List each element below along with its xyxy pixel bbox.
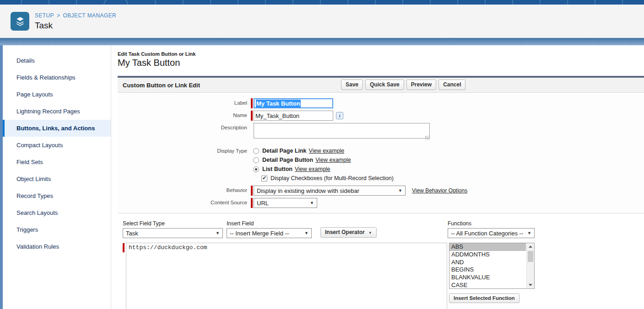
insert-operator-column: Insert Operator <box>320 227 377 238</box>
quick-save-button[interactable]: Quick Save <box>365 80 404 90</box>
function-item-abs[interactable]: ABS <box>449 243 526 251</box>
field-type-select[interactable]: Task <box>123 228 223 238</box>
sidebar-item-buttons-links-actions[interactable]: Buttons, Links, and Actions <box>3 120 111 137</box>
checkbox-checked-icon[interactable] <box>261 176 267 181</box>
sidebar-item-label: Page Layouts <box>16 91 53 98</box>
sidebar-item-search-layouts[interactable]: Search Layouts <box>3 204 111 221</box>
formula-code-editor[interactable]: https://duckduckgo.com <box>126 243 447 309</box>
required-indicator <box>251 186 253 196</box>
insert-field-label: Insert Field <box>227 220 312 227</box>
breadcrumb: SETUP > OBJECT MANAGER <box>35 12 116 19</box>
sidebar-item-page-layouts[interactable]: Page Layouts <box>3 86 111 103</box>
function-category-value: -- All Function Categories -- <box>451 230 523 237</box>
function-item-and[interactable]: AND <box>449 259 526 266</box>
page-title: My Task Button <box>118 58 644 68</box>
sidebar-item-label: Validation Rules <box>16 243 59 250</box>
display-checkboxes-row[interactable]: Display Checkboxes (for Multi-Record Sel… <box>261 174 394 183</box>
insert-merge-field-value: -- Insert Merge Field -- <box>230 230 289 237</box>
function-category-select[interactable]: -- All Function Categories -- <box>448 228 535 238</box>
object-title: Task <box>35 21 116 31</box>
function-item-addmonths[interactable]: ADDMONTHS <box>449 251 526 259</box>
functions-listbox[interactable]: ABS ADDMONTHS AND BEGINS BLANKVALUE CASE <box>449 243 535 289</box>
sidebar-item-label: Compact Layouts <box>16 142 63 149</box>
option-label: Detail Page Link <box>262 148 307 154</box>
sidebar-item-details[interactable]: Details <box>3 52 111 69</box>
content-area: Details Fields & Relationships Page Layo… <box>3 45 644 309</box>
radio-icon[interactable] <box>253 148 259 154</box>
content-source-select[interactable]: URL <box>254 198 317 208</box>
required-indicator <box>251 111 253 121</box>
display-type-row: Display Type Detail Page Link View examp… <box>123 146 644 183</box>
object-manager-header: SETUP > OBJECT MANAGER Task <box>0 5 644 38</box>
object-manager-sidebar: Details Fields & Relationships Page Layo… <box>3 45 111 309</box>
task-object-icon <box>11 12 29 31</box>
description-input[interactable] <box>254 123 430 139</box>
option-label: List Button <box>262 166 292 172</box>
sidebar-item-label: Lightning Record Pages <box>16 108 80 115</box>
view-example-link[interactable]: View example <box>295 166 330 172</box>
sidebar-item-fields-relationships[interactable]: Fields & Relationships <box>3 69 111 86</box>
function-item-case[interactable]: CASE <box>449 282 526 289</box>
display-type-option-detail-page-button[interactable]: Detail Page Button View example <box>253 155 351 165</box>
field-type-select-value: Task <box>126 230 138 237</box>
sidebar-item-label: Record Types <box>16 192 53 199</box>
breadcrumb-object-manager[interactable]: OBJECT MANAGER <box>63 12 116 19</box>
functions-scrollbar[interactable] <box>526 243 534 288</box>
info-icon[interactable]: i <box>336 112 343 119</box>
required-indicator <box>123 243 124 252</box>
page-subtitle: Edit Task Custom Button or Link <box>118 51 644 57</box>
main-panel: Edit Task Custom Button or Link My Task … <box>111 45 644 309</box>
content-source-label: Content Source <box>123 198 251 208</box>
header-bottom-strip <box>0 38 644 45</box>
insert-selected-function-button[interactable]: Insert Selected Function <box>449 293 520 303</box>
radio-selected-icon[interactable] <box>253 166 259 172</box>
top-banner-strip <box>0 0 644 5</box>
header-text: SETUP > OBJECT MANAGER Task <box>35 12 116 31</box>
section-action-buttons: Save Quick Save Preview Cancel <box>341 80 465 90</box>
sidebar-item-validation-rules[interactable]: Validation Rules <box>3 238 111 255</box>
display-type-label: Display Type <box>123 146 251 183</box>
breadcrumb-setup[interactable]: SETUP <box>35 12 54 19</box>
behavior-row: Behavior Display in existing window with… <box>123 186 644 196</box>
preview-button[interactable]: Preview <box>406 80 436 90</box>
sidebar-item-compact-layouts[interactable]: Compact Layouts <box>3 137 111 154</box>
radio-icon[interactable] <box>253 157 259 163</box>
view-behavior-options-link[interactable]: View Behavior Options <box>412 187 467 194</box>
function-item-blankvalue[interactable]: BLANKVALUE <box>449 274 526 282</box>
function-item-begins[interactable]: BEGINS <box>449 266 526 274</box>
scrollbar-thumb[interactable] <box>528 251 533 262</box>
label-field-label: Label <box>123 98 251 108</box>
display-type-option-list-button[interactable]: List Button View example <box>253 165 330 174</box>
sidebar-item-label: Search Layouts <box>16 209 58 216</box>
sidebar-item-lightning-record-pages[interactable]: Lightning Record Pages <box>3 103 111 120</box>
scroll-up-icon[interactable] <box>527 243 534 250</box>
behavior-select-value: Display in existing window with sidebar <box>257 187 359 194</box>
sidebar-item-label: Triggers <box>16 226 38 233</box>
cancel-button[interactable]: Cancel <box>438 80 465 90</box>
sidebar-item-label: Object Limits <box>16 176 51 182</box>
content-source-row: Content Source URL <box>123 198 644 208</box>
layers-icon <box>14 16 26 27</box>
label-input[interactable]: My Task Button <box>254 98 333 108</box>
label-field-row: Label My Task Button <box>123 98 644 108</box>
sidebar-item-label: Buttons, Links, and Actions <box>16 125 95 132</box>
formula-editor-area: Select Field Type Task Insert Field -- I… <box>118 213 644 309</box>
save-button[interactable]: Save <box>341 80 363 90</box>
sidebar-item-record-types[interactable]: Record Types <box>3 187 111 204</box>
scroll-down-icon[interactable] <box>527 282 534 288</box>
insert-merge-field-select[interactable]: -- Insert Merge Field -- <box>227 228 312 238</box>
insert-operator-button[interactable]: Insert Operator <box>320 227 377 238</box>
sidebar-item-triggers[interactable]: Triggers <box>3 221 111 238</box>
name-input[interactable]: My_Task_Button <box>254 111 333 121</box>
required-indicator <box>251 198 253 208</box>
display-type-option-detail-page-link[interactable]: Detail Page Link View example <box>253 146 344 155</box>
sidebar-item-object-limits[interactable]: Object Limits <box>3 170 111 187</box>
select-field-type-column: Select Field Type Task <box>123 220 223 238</box>
select-field-type-label: Select Field Type <box>123 220 223 227</box>
view-example-link[interactable]: View example <box>315 157 351 163</box>
behavior-select[interactable]: Display in existing window with sidebar <box>254 186 406 196</box>
insert-field-column: Insert Field -- Insert Merge Field -- <box>227 220 312 238</box>
sidebar-item-field-sets[interactable]: Field Sets <box>3 154 111 170</box>
formula-toolbar: Select Field Type Task Insert Field -- I… <box>123 220 644 240</box>
view-example-link[interactable]: View example <box>309 148 345 154</box>
